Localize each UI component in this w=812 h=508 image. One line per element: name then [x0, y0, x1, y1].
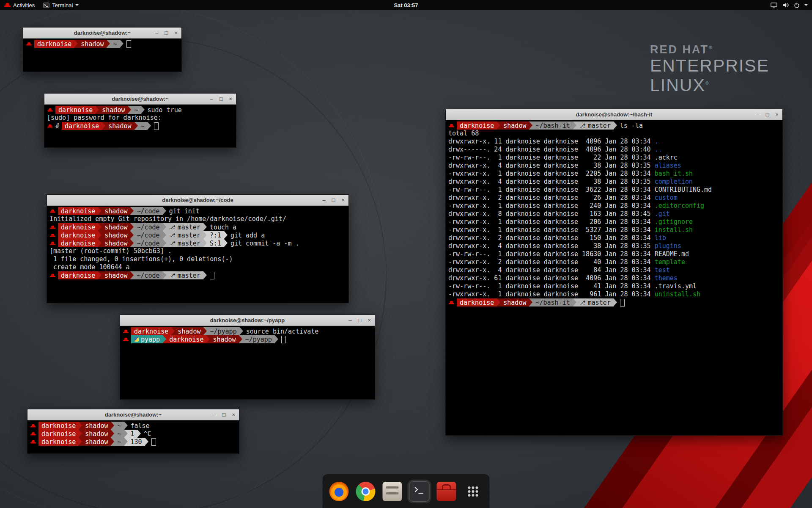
segment-text: ~	[134, 106, 138, 114]
maximize-button[interactable]: □	[358, 318, 362, 323]
redhat-logo-icon	[4, 3, 11, 8]
file-attributes: drwxrwxr-x. 2 darknoise darknoise 150 Ja…	[448, 234, 655, 242]
terminal-content[interactable]: darknoiseshadow~sudo true[sudo] password…	[44, 105, 236, 147]
close-button[interactable]: ×	[368, 318, 371, 323]
powerline-arrow-tip	[573, 298, 576, 306]
minimize-button[interactable]: –	[155, 30, 158, 36]
minimize-button[interactable]: –	[213, 412, 216, 417]
window-titlebar[interactable]: darknoise@shadow:~–□×	[27, 409, 239, 420]
window-titlebar[interactable]: darknoise@shadow:~–□×	[44, 94, 236, 105]
maximize-button[interactable]: □	[766, 112, 769, 117]
terminal-window-t3[interactable]: darknoise@shadow:~/code–□×darknoiseshado…	[47, 194, 349, 303]
window-titlebar[interactable]: darknoise@shadow:~–□×	[23, 28, 181, 39]
dock-terminal-icon[interactable]	[409, 481, 430, 502]
powerline-arrow-tip	[102, 122, 105, 130]
prompt-segment-path: ~/pyapp	[207, 327, 239, 335]
window-titlebar[interactable]: darknoise@shadow:~/pyapp–□×	[120, 315, 375, 326]
prompt-segment-host: shadow	[105, 122, 134, 130]
segment-text: darknoise	[37, 40, 71, 48]
close-button[interactable]: ×	[174, 30, 178, 36]
powerline-arrow-tip	[203, 231, 207, 239]
file-name: .editorconfig	[655, 202, 704, 210]
terminal-content[interactable]: darknoiseshadow~falsedarknoiseshadow~1^C…	[27, 420, 239, 453]
terminal-window-t2[interactable]: darknoise@shadow:~–□×darknoiseshadow~sud…	[44, 93, 236, 148]
file-name: .ackrc	[655, 154, 678, 161]
prompt-segment-user: darknoise	[457, 121, 497, 130]
segment-text: darknoise	[41, 438, 76, 446]
clock[interactable]: Sat 03:57	[394, 2, 418, 8]
powerline-arrow-tip	[130, 271, 134, 279]
file-list-row: -rw-rw-r--. 1 darknoise darknoise 3622 J…	[448, 186, 780, 194]
terminal-content[interactable]: darknoiseshadow~	[23, 39, 181, 72]
prompt-segment-host: shadow	[82, 422, 111, 430]
terminal-content[interactable]: darknoiseshadow~/codegit initInitialized…	[47, 206, 348, 303]
file-name: .gitignore	[655, 218, 693, 226]
powerline-arrow	[573, 298, 576, 306]
maximize-button[interactable]: □	[222, 412, 226, 417]
redhat-icon	[50, 241, 55, 245]
dock-chrome-icon[interactable]	[356, 482, 376, 501]
powerline-arrow-tip	[163, 271, 166, 279]
minimize-button[interactable]: –	[322, 197, 325, 203]
minimize-button[interactable]: –	[210, 96, 213, 102]
powerline-arrow-tip	[79, 438, 82, 445]
powerline-arrow	[163, 271, 166, 279]
window-controls: –□×	[210, 94, 232, 104]
window-titlebar[interactable]: darknoise@shadow:~/code–□×	[47, 195, 348, 206]
power-icon[interactable]	[794, 2, 800, 8]
command-text: ls -la	[617, 122, 643, 130]
app-menu-label: Terminal	[52, 2, 73, 8]
powerline-arrow	[128, 106, 131, 114]
powerline-arrow	[141, 106, 145, 114]
segment-text: ~	[113, 40, 117, 48]
chevron-down-icon	[804, 4, 808, 6]
maximize-button[interactable]: □	[165, 30, 168, 36]
activities-button[interactable]: Activities	[4, 0, 35, 10]
terminal-content[interactable]: darknoiseshadow~/bash-it⎇masterls -latot…	[446, 120, 782, 435]
powerline-arrow-tip	[163, 223, 166, 231]
file-name: aliases	[655, 162, 681, 169]
file-list-row: drwxrwxr-x. 4 darknoise darknoise 38 Jan…	[448, 178, 780, 186]
powerline-arrow	[163, 223, 166, 231]
terminal-prompt-line: darknoiseshadow~sudo true	[47, 106, 233, 114]
terminal-content[interactable]: darknoiseshadow~/pyappsource bin/activat…	[120, 326, 375, 399]
dock-app-grid-icon[interactable]	[464, 482, 483, 501]
close-button[interactable]: ×	[775, 112, 779, 117]
close-button[interactable]: ×	[232, 412, 235, 417]
dock-firefox-icon[interactable]	[329, 482, 349, 501]
file-list-row: -rwxrwxr-x. 2 darknoise darknoise 40 Jan…	[448, 258, 780, 266]
branch-icon: ⎇	[169, 272, 176, 279]
maximize-button[interactable]: □	[219, 96, 223, 102]
terminal-cursor	[281, 336, 286, 343]
powerline-arrow-tip	[275, 335, 278, 343]
window-titlebar[interactable]: darknoise@shadow:~/bash-it–□×	[446, 109, 782, 120]
command-text: sudo true	[145, 106, 182, 114]
display-icon[interactable]	[771, 2, 778, 8]
powerline-arrow	[224, 239, 228, 247]
terminal-window-t1[interactable]: darknoise@shadow:~–□×darknoiseshadow~	[23, 27, 182, 72]
dock-files-icon[interactable]	[383, 482, 402, 501]
app-menu-terminal[interactable]: Terminal	[43, 0, 79, 10]
segment-text: shadow	[108, 122, 131, 130]
terminal-window-t5[interactable]: darknoise@shadow:~–□×darknoiseshadow~fal…	[27, 409, 239, 454]
file-list-row: drwxrwxr-x. 8 darknoise darknoise 163 Ja…	[448, 210, 780, 218]
redhat-icon	[449, 123, 454, 127]
prompt-segment-user: darknoise	[38, 438, 79, 446]
file-name: template	[655, 258, 685, 266]
powerline-arrow-tip	[497, 298, 500, 306]
close-button[interactable]: ×	[229, 96, 232, 102]
minimize-button[interactable]: –	[348, 318, 351, 323]
powerline-arrow	[134, 122, 138, 130]
prompt-segment-user: darknoise	[58, 207, 98, 215]
maximize-button[interactable]: □	[332, 197, 335, 203]
terminal-window-t6[interactable]: darknoise@shadow:~/bash-it–□×darknoisesh…	[445, 109, 783, 436]
powerline-arrow	[124, 422, 128, 430]
close-button[interactable]: ×	[341, 197, 345, 203]
terminal-window-t4[interactable]: darknoise@shadow:~/pyapp–□×darknoiseshad…	[120, 315, 375, 400]
dock-toolbox-icon[interactable]	[437, 482, 456, 501]
volume-icon[interactable]	[782, 2, 789, 8]
file-attributes: -rwxrwxr-x. 1 darknoise darknoise 206 Ja…	[448, 218, 655, 226]
system-status-area[interactable]	[771, 0, 808, 10]
segment-text: darknoise	[61, 224, 95, 231]
minimize-button[interactable]: –	[756, 112, 759, 117]
